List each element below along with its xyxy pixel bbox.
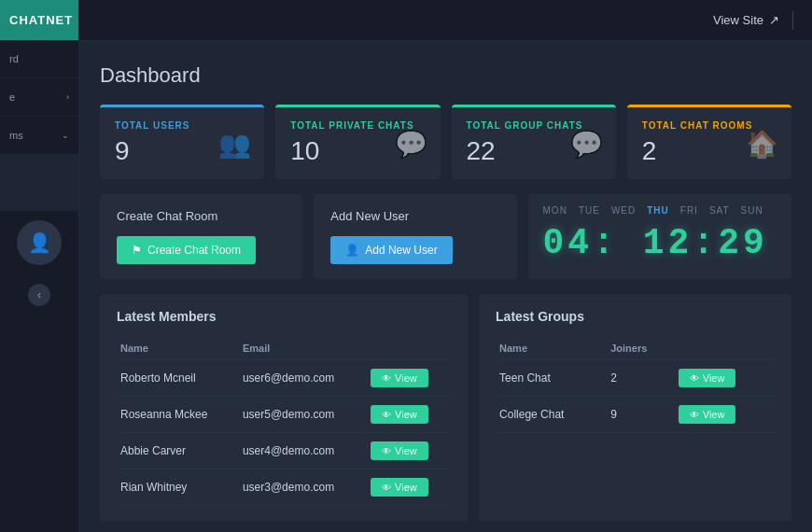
member-action: View — [367, 397, 451, 433]
person-add-icon: 👤 — [345, 244, 359, 257]
stat-cards-row: TOTAL USERS 9 👥 TOTAL PRIVATE CHATS 10 💬… — [100, 105, 791, 179]
view-site-link[interactable]: View Site ↗ — [713, 13, 779, 27]
main-content: Dashboard TOTAL USERS 9 👥 TOTAL PRIVATE … — [79, 0, 812, 532]
day-sun: SUN — [741, 205, 763, 216]
stat-card-total-users: TOTAL USERS 9 👥 — [100, 105, 264, 179]
sidebar-item-service[interactable]: e › — [0, 78, 78, 117]
col-joiners: Joiners — [607, 337, 675, 360]
add-new-user-card: Add New User 👤 Add New User — [314, 194, 516, 279]
day-tue: TUE — [579, 205, 600, 216]
chat-rooms-icon: 🏠 — [746, 128, 778, 159]
stat-card-group-chats: TOTAL GROUP CHATS 22 💬 — [452, 105, 616, 179]
view-group-button[interactable]: View — [679, 405, 736, 424]
eye-icon — [382, 372, 391, 384]
day-wed: WED — [611, 205, 636, 216]
latest-groups-title: Latest Groups — [496, 309, 775, 324]
eye-icon — [690, 372, 699, 384]
view-group-button[interactable]: View — [679, 369, 736, 387]
header-divider — [792, 11, 793, 30]
avatar: 👤 — [17, 220, 62, 265]
users-icon: 👥 — [218, 128, 251, 159]
col-name: Name — [117, 337, 239, 360]
chevron-down-icon: ⌄ — [62, 131, 69, 140]
group-joiners: 9 — [607, 397, 675, 433]
eye-icon — [690, 409, 699, 420]
table-header-row: Name Joiners — [496, 337, 775, 360]
sidebar-item-label: e — [9, 91, 15, 103]
view-site-label: View Site — [713, 13, 763, 27]
col-email: Email — [239, 337, 367, 360]
table-row: Abbie Carver user4@demo.com View — [117, 433, 451, 469]
page-title: Dashboard — [100, 63, 791, 88]
clock-days: MON TUE WED THU FRI SAT SUN — [543, 205, 777, 216]
stat-card-private-chats: TOTAL PRIVATE CHATS 10 💬 — [275, 105, 440, 179]
sidebar: CHATNET rd e › ms ⌄ 👤 ‹ — [0, 0, 79, 532]
member-name: Roseanna Mckee — [117, 397, 239, 433]
member-action: View — [367, 469, 451, 506]
add-new-user-label: Add New User — [365, 244, 437, 257]
latest-members-title: Latest Members — [117, 309, 451, 324]
table-row: Rian Whitney user3@demo.com View — [117, 469, 451, 506]
create-chat-room-title: Create Chat Room — [117, 209, 286, 223]
external-link-icon: ↗ — [769, 13, 779, 27]
latest-members-card: Latest Members Name Email Roberto Mcneil… — [100, 294, 468, 521]
sidebar-item-dashboard[interactable]: rd — [0, 40, 78, 78]
table-row: Roseanna Mckee user5@demo.com View — [117, 397, 451, 433]
chevron-right-icon: › — [66, 92, 69, 102]
eye-icon — [382, 445, 391, 456]
create-chat-room-card: Create Chat Room ⚑ Create Chat Room — [100, 194, 302, 279]
sidebar-item-label: ms — [9, 130, 23, 141]
group-action: View — [675, 360, 775, 397]
eye-icon — [382, 409, 391, 420]
group-name: Teen Chat — [496, 360, 607, 397]
member-email: user3@demo.com — [239, 469, 367, 506]
user-icon: 👤 — [28, 231, 51, 254]
table-row: College Chat 9 View — [496, 397, 775, 433]
add-new-user-title: Add New User — [330, 209, 499, 223]
clock-display: 04: 12:29 — [543, 223, 777, 263]
private-chat-icon: 💬 — [395, 128, 427, 159]
table-row: Roberto Mcneil user6@demo.com View — [117, 360, 451, 397]
member-email: user5@demo.com — [239, 397, 367, 433]
create-chat-room-button[interactable]: ⚑ Create Chat Room — [117, 236, 256, 264]
latest-members-table: Name Email Roberto Mcneil user6@demo.com… — [117, 337, 451, 506]
view-member-button[interactable]: View — [371, 405, 428, 424]
group-chat-icon: 💬 — [570, 128, 603, 159]
view-member-button[interactable]: View — [371, 441, 428, 460]
view-member-button[interactable]: View — [371, 369, 428, 387]
member-name: Abbie Carver — [117, 433, 239, 469]
day-mon: MON — [543, 205, 567, 216]
member-email: user6@demo.com — [239, 360, 367, 397]
create-chat-room-label: Create Chat Room — [147, 244, 241, 257]
action-row: Create Chat Room ⚑ Create Chat Room Add … — [100, 194, 791, 279]
member-name: Rian Whitney — [117, 469, 239, 506]
day-fri: FRI — [680, 205, 698, 216]
sidebar-item-label: rd — [9, 53, 19, 64]
table-row: Teen Chat 2 View — [496, 360, 775, 397]
col-name: Name — [496, 337, 607, 360]
group-action: View — [675, 397, 775, 433]
member-email: user4@demo.com — [239, 433, 367, 469]
member-action: View — [367, 433, 451, 469]
day-sat: SAT — [709, 205, 730, 216]
top-header: View Site ↗ — [79, 0, 812, 41]
latest-groups-table: Name Joiners Teen Chat 2 View College Ch… — [496, 337, 775, 433]
eye-icon — [382, 482, 391, 493]
latest-groups-card: Latest Groups Name Joiners Teen Chat 2 V… — [479, 294, 791, 521]
group-name: College Chat — [496, 397, 607, 433]
stat-card-chat-rooms: TOTAL CHAT ROOMS 2 🏠 — [627, 105, 791, 179]
group-joiners: 2 — [607, 360, 675, 397]
sidebar-item-rooms[interactable]: ms ⌄ — [0, 117, 78, 155]
brand-logo: CHATNET — [0, 0, 78, 40]
clock-card: MON TUE WED THU FRI SAT SUN 04: 12:29 — [528, 194, 791, 279]
col-action — [675, 337, 775, 360]
view-member-button[interactable]: View — [371, 478, 428, 497]
flag-icon: ⚑ — [132, 244, 142, 257]
tables-row: Latest Members Name Email Roberto Mcneil… — [100, 294, 791, 521]
day-thu-active: THU — [647, 205, 669, 216]
table-header-row: Name Email — [117, 337, 451, 360]
member-action: View — [367, 360, 451, 397]
sidebar-toggle-button[interactable]: ‹ — [28, 284, 50, 306]
add-new-user-button[interactable]: 👤 Add New User — [330, 236, 452, 264]
member-name: Roberto Mcneil — [117, 360, 239, 397]
